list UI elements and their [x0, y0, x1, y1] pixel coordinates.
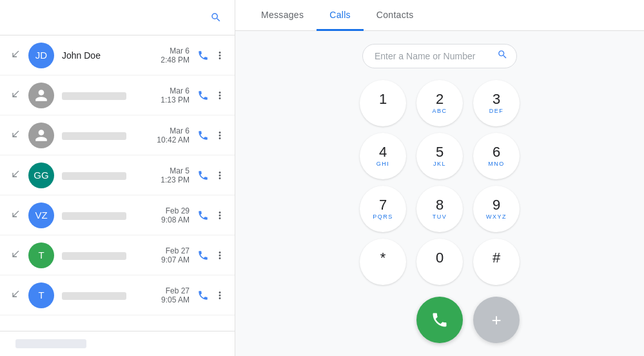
key-number: 1: [379, 92, 387, 107]
left-panel: JDJohn DoeMar 62:48 PMMar 61:13 PMMar 61…: [0, 0, 235, 356]
dial-key-2[interactable]: 2ABC: [416, 80, 463, 126]
list-item[interactable]: Mar 610:42 AM: [0, 115, 235, 155]
dial-key-3[interactable]: 3DEF: [473, 80, 520, 126]
call-date: Mar 610:42 AM: [152, 126, 190, 144]
list-item[interactable]: JDJohn DoeMar 62:48 PM: [0, 35, 235, 75]
list-item[interactable]: TFeb 279:05 AM: [0, 275, 235, 315]
key-number: 4: [379, 144, 387, 160]
key-number: 6: [493, 144, 500, 160]
dial-key-6[interactable]: 6MNO: [473, 133, 520, 179]
call-type-icon: [10, 89, 21, 102]
call-more-button[interactable]: [213, 47, 227, 64]
call-date: Mar 51:23 PM: [152, 166, 190, 184]
avatar: [28, 83, 54, 108]
call-phone-button[interactable]: [193, 86, 213, 105]
add-button[interactable]: +: [473, 297, 520, 343]
key-letters: JKL: [433, 161, 446, 168]
key-letters: TUV: [433, 213, 447, 221]
call-type-icon: [10, 169, 21, 182]
search-input-wrap: [362, 44, 517, 68]
avatar: T: [28, 242, 54, 268]
dial-key-7[interactable]: 7PQRS: [360, 186, 406, 232]
call-more-button[interactable]: [213, 87, 227, 104]
key-letters: DEF: [489, 108, 504, 115]
key-number: 2: [436, 92, 444, 107]
call-date: Feb 279:07 AM: [152, 246, 190, 264]
avatar: T: [28, 282, 54, 308]
dial-key-1[interactable]: 1: [360, 80, 406, 126]
call-date: Feb 279:05 AM: [152, 286, 190, 304]
call-name-redacted: [62, 130, 152, 141]
key-letters: ABC: [432, 108, 447, 115]
key-number: 5: [436, 144, 444, 160]
call-icon: [431, 311, 449, 329]
call-info: [62, 170, 152, 181]
calls-list: JDJohn DoeMar 62:48 PMMar 61:13 PMMar 61…: [0, 35, 235, 331]
call-info: John Doe: [62, 50, 152, 61]
call-type-icon: [10, 209, 21, 222]
call-phone-button[interactable]: [193, 286, 213, 305]
key-letters: GHI: [376, 161, 390, 168]
tab-bar: MessagesCallsContacts: [235, 0, 644, 31]
call-button[interactable]: [416, 297, 463, 343]
your-number-value: [15, 339, 86, 348]
list-item[interactable]: Mar 61:13 PM: [0, 75, 235, 115]
call-phone-button[interactable]: [193, 246, 213, 265]
list-item[interactable]: TFeb 279:07 AM: [0, 235, 235, 275]
call-phone-button[interactable]: [193, 126, 213, 145]
call-phone-button[interactable]: [193, 166, 213, 185]
key-number: #: [493, 250, 500, 266]
call-type-icon: [10, 129, 21, 142]
call-name-redacted: [62, 210, 152, 221]
tab-contacts[interactable]: Contacts: [364, 1, 427, 31]
right-panel: MessagesCallsContacts 12ABC3DEF4GHI5JKL6…: [235, 0, 644, 356]
call-more-button[interactable]: [213, 207, 227, 224]
dialpad-area: 12ABC3DEF4GHI5JKL6MNO7PQRS8TUV9WXYZ*0# +: [235, 31, 644, 356]
key-number: 9: [493, 197, 500, 213]
key-number: 8: [436, 197, 444, 213]
avatar: [28, 123, 54, 148]
call-type-icon: [10, 249, 21, 262]
avatar: VZ: [28, 203, 54, 228]
list-item[interactable]: GGMar 51:23 PM: [0, 155, 235, 195]
call-phone-button[interactable]: [193, 46, 213, 65]
dial-key-*[interactable]: *: [360, 239, 406, 285]
call-more-button[interactable]: [213, 127, 227, 144]
tab-messages[interactable]: Messages: [248, 1, 317, 31]
call-phone-button[interactable]: [193, 206, 213, 225]
dial-key-8[interactable]: 8TUV: [416, 186, 463, 232]
call-name-redacted: [62, 90, 152, 101]
call-date: Mar 62:48 PM: [152, 46, 190, 64]
dialpad-bottom-row: +: [360, 297, 520, 343]
dialpad-grid: 12ABC3DEF4GHI5JKL6MNO7PQRS8TUV9WXYZ*0#: [360, 80, 520, 285]
avatar: GG: [28, 163, 54, 188]
call-info: [62, 210, 152, 221]
dial-key-9[interactable]: 9WXYZ: [473, 186, 520, 232]
search-icon: [210, 12, 222, 23]
call-info: [62, 250, 152, 261]
search-button[interactable]: [208, 9, 224, 26]
call-type-icon: [10, 289, 21, 302]
call-info: [62, 290, 152, 301]
dial-key-#[interactable]: #: [473, 239, 520, 285]
dial-key-4[interactable]: 4GHI: [360, 133, 406, 179]
call-more-button[interactable]: [213, 167, 227, 184]
key-letters: WXYZ: [486, 213, 507, 221]
call-date: Feb 299:08 AM: [152, 206, 190, 224]
your-number-bar: [0, 331, 235, 356]
call-more-button[interactable]: [213, 247, 227, 264]
key-number: 0: [436, 250, 444, 266]
call-more-button[interactable]: [213, 287, 227, 304]
dial-key-5[interactable]: 5JKL: [416, 133, 463, 179]
call-name-redacted: [62, 250, 152, 261]
call-date: Mar 61:13 PM: [152, 86, 190, 104]
key-letters: PQRS: [373, 213, 393, 221]
tab-calls[interactable]: Calls: [317, 1, 364, 31]
key-number: 3: [493, 92, 500, 107]
call-name-redacted: [62, 290, 152, 301]
dial-key-0[interactable]: 0: [416, 239, 463, 285]
list-item[interactable]: VZFeb 299:08 AM: [0, 195, 235, 235]
search-input[interactable]: [362, 44, 517, 68]
call-info: [62, 130, 152, 141]
avatar: JD: [28, 43, 54, 68]
